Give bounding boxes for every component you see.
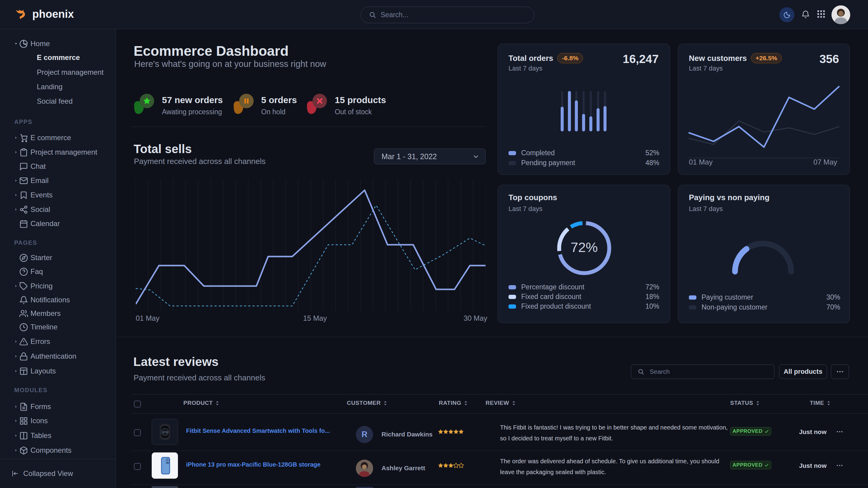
svg-text:17:8: 17:8 (162, 431, 168, 434)
